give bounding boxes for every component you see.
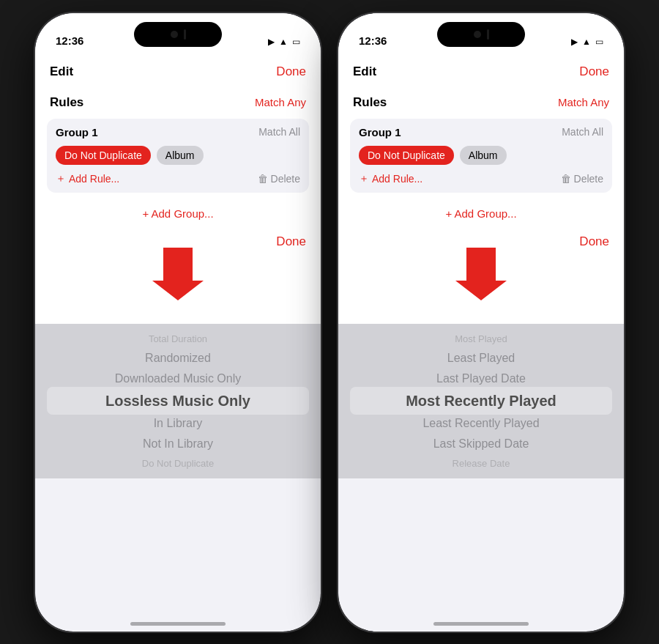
camera-dot-right (474, 31, 481, 38)
tags-row-left: Do Not Duplicate Album (56, 146, 300, 165)
picker-item-5-right: Last Skipped Date (338, 434, 624, 454)
status-icons-left: ▶ ▲ ▭ (268, 37, 300, 47)
trash-icon-right: 🗑 (561, 173, 571, 185)
picker-item-1-right: Least Played (338, 348, 624, 369)
sensor-pill (184, 29, 186, 40)
group-title-left: Group 1 (56, 126, 98, 138)
picker-area-left: Total Duration Randomized Downloaded Mus… (35, 324, 321, 478)
wifi-icon-left: ▲ (279, 37, 288, 47)
picker-item-4-left: In Library (35, 413, 321, 434)
battery-icon-right: ▭ (595, 37, 603, 47)
nav-bar-right: Edit Done (338, 57, 624, 86)
match-all-left[interactable]: Match All (258, 126, 300, 138)
right-phone: 12:36 ▶ ▲ ▭ Edit Done Rules Match Any Gr… (338, 13, 624, 632)
left-screen: 12:36 ▶ ▲ ▭ Edit Done Rules Match Any Gr… (35, 13, 321, 632)
status-time-right: 12:36 (359, 34, 387, 47)
group-box-left: Group 1 Match All Do Not Duplicate Album… (47, 119, 309, 193)
picker-item-4-right: Least Recently Played (338, 413, 624, 434)
battery-icon-left: ▭ (292, 37, 300, 47)
sensor-pill-right (487, 29, 489, 40)
bottom-done-right[interactable]: Done (579, 234, 609, 249)
add-rule-icon-right: ＋ (359, 172, 369, 185)
tag-album-right[interactable]: Album (460, 146, 507, 165)
arrow-area-left: Done (35, 229, 321, 324)
nav-title-right: Edit (353, 64, 376, 79)
arrow-right (452, 240, 510, 309)
picker-item-3-right: Most Recently Played (338, 389, 624, 413)
arrow-area-right: Done (338, 229, 624, 324)
right-screen: 12:36 ▶ ▲ ▭ Edit Done Rules Match Any Gr… (338, 13, 624, 632)
rules-section-right: Rules Match Any (338, 86, 624, 116)
rules-label-left: Rules (50, 95, 83, 110)
dynamic-island-right (437, 22, 525, 47)
picker-item-2-left: Downloaded Music Only (35, 369, 321, 389)
picker-item-1-left: Randomized (35, 348, 321, 369)
audio-icon-left: ▶ (268, 37, 275, 47)
match-any-left[interactable]: Match Any (255, 96, 306, 108)
match-any-right[interactable]: Match Any (558, 96, 609, 108)
arrow-left (149, 240, 207, 309)
picker-item-6-left: Do Not Duplicate (35, 454, 321, 473)
picker-item-0-left: Total Duration (35, 330, 321, 348)
dynamic-island-left (134, 22, 222, 47)
audio-icon-right: ▶ (571, 37, 578, 47)
nav-bar-left: Edit Done (35, 57, 321, 86)
status-time-left: 12:36 (56, 34, 83, 47)
wifi-icon-right: ▲ (582, 37, 591, 47)
home-indicator-right (433, 622, 529, 626)
add-group-row-left: + Add Group... (35, 199, 321, 229)
match-all-right[interactable]: Match All (562, 126, 603, 138)
picker-item-5-left: Not In Library (35, 434, 321, 454)
group-box-right: Group 1 Match All Do Not Duplicate Album… (350, 119, 612, 193)
status-icons-right: ▶ ▲ ▭ (571, 37, 603, 47)
group-title-right: Group 1 (359, 126, 401, 138)
nav-title-left: Edit (50, 64, 73, 79)
delete-btn-left[interactable]: 🗑 Delete (258, 173, 300, 185)
add-rule-right[interactable]: ＋ Add Rule... (359, 172, 422, 185)
add-group-row-right: + Add Group... (338, 199, 624, 229)
picker-item-2-right: Last Played Date (338, 369, 624, 389)
tag-duplicate-right[interactable]: Do Not Duplicate (359, 146, 454, 165)
add-group-btn-left[interactable]: + Add Group... (142, 207, 213, 220)
picker-item-3-left: Lossless Music Only (35, 389, 321, 413)
tag-album-left[interactable]: Album (157, 146, 204, 165)
delete-btn-right[interactable]: 🗑 Delete (561, 173, 603, 185)
picker-item-6-right: Release Date (338, 454, 624, 473)
nav-done-right[interactable]: Done (579, 64, 609, 79)
tags-row-right: Do Not Duplicate Album (359, 146, 603, 165)
tag-duplicate-left[interactable]: Do Not Duplicate (56, 146, 151, 165)
rules-label-right: Rules (353, 95, 387, 110)
group-header-left: Group 1 Match All (56, 126, 300, 138)
picker-item-0-right: Most Played (338, 330, 624, 348)
group-header-right: Group 1 Match All (359, 126, 603, 138)
home-indicator-left (130, 622, 226, 626)
left-phone: 12:36 ▶ ▲ ▭ Edit Done Rules Match Any Gr… (35, 13, 321, 632)
add-rule-icon-left: ＋ (56, 172, 66, 185)
rules-section-left: Rules Match Any (35, 86, 321, 116)
trash-icon-left: 🗑 (258, 173, 268, 185)
group-footer-left: ＋ Add Rule... 🗑 Delete (56, 172, 300, 185)
bottom-done-left[interactable]: Done (276, 234, 306, 249)
camera-dot (171, 31, 178, 38)
group-footer-right: ＋ Add Rule... 🗑 Delete (359, 172, 603, 185)
add-group-btn-right[interactable]: + Add Group... (445, 207, 516, 220)
add-rule-left[interactable]: ＋ Add Rule... (56, 172, 119, 185)
nav-done-left[interactable]: Done (276, 64, 306, 79)
picker-area-right: Most Played Least Played Last Played Dat… (338, 324, 624, 478)
